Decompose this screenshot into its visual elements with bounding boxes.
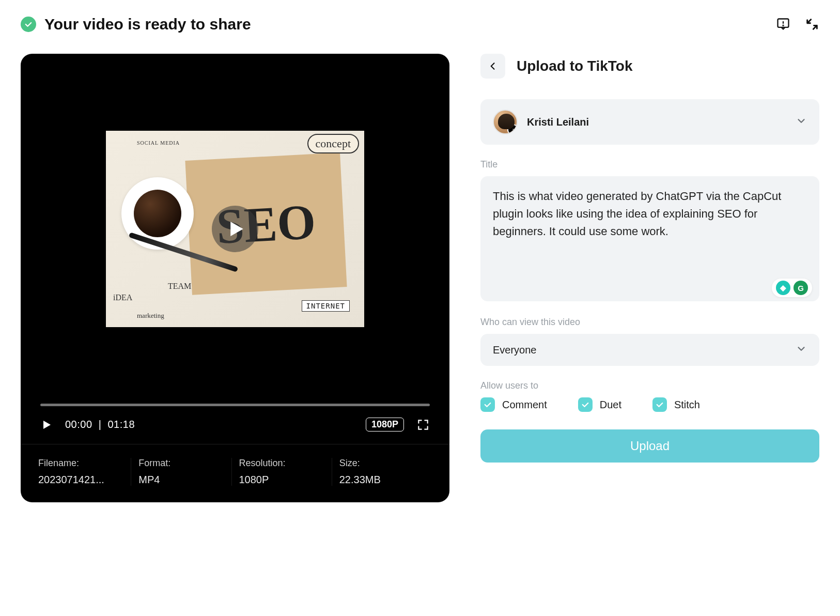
grammarly-g-icon: G: [794, 281, 808, 295]
player-controls: 00:00 | 01:18 1080P: [21, 404, 449, 444]
svg-point-2: [783, 25, 783, 26]
upload-button[interactable]: Upload: [480, 429, 819, 463]
thumbnail-seo-paper: SEO: [185, 152, 347, 295]
account-name: Kristi Leilani: [527, 116, 786, 128]
time-sep: |: [96, 419, 108, 430]
thumbnail-social-text: SOCIAL MEDIA: [137, 140, 180, 146]
time-display: 00:00 | 01:18: [65, 419, 135, 430]
panel-title: Upload to TikTok: [517, 58, 633, 74]
meta-format: Format: MP4: [131, 458, 231, 486]
main: SEO concept iDEA TEAM marketing SOCIAL M…: [21, 54, 819, 502]
perm-comment[interactable]: Comment: [480, 397, 547, 412]
meta-size: Size: 22.33MB: [332, 458, 432, 486]
header-left: Your video is ready to share: [21, 16, 251, 33]
time-current: 00:00: [65, 419, 92, 430]
allow-label: Allow users to: [480, 380, 819, 391]
perm-label: Stitch: [674, 399, 700, 411]
header-right: [776, 17, 819, 32]
avatar: ♪: [493, 110, 518, 134]
play-overlay-button[interactable]: [212, 206, 258, 252]
video-preview: SEO concept iDEA TEAM marketing SOCIAL M…: [21, 54, 449, 444]
privacy-select[interactable]: Everyone: [480, 334, 819, 366]
grammarly-widget[interactable]: ◆ G: [772, 279, 812, 297]
controls-right: 1080P: [366, 418, 430, 432]
check-circle-icon: [21, 17, 36, 32]
resolution-badge[interactable]: 1080P: [366, 418, 404, 432]
checkbox-checked-icon: [480, 397, 495, 412]
tiktok-badge-icon: ♪: [507, 124, 518, 134]
fullscreen-button[interactable]: [416, 418, 430, 432]
back-button[interactable]: [480, 54, 505, 79]
meta-filename: Filename: 2023071421...: [38, 458, 131, 486]
permissions-row: Comment Duet Stitch: [480, 397, 819, 412]
time-total: 01:18: [108, 419, 135, 430]
thumbnail-marketing-text: marketing: [137, 312, 164, 320]
upload-panel: Upload to TikTok ♪ Kristi Leilani Title …: [480, 54, 819, 502]
meta-label: Resolution:: [239, 458, 324, 469]
perm-label: Comment: [502, 399, 547, 411]
page-title: Your video is ready to share: [44, 16, 251, 33]
video-thumbnail: SEO concept iDEA TEAM marketing SOCIAL M…: [106, 131, 364, 327]
video-card: SEO concept iDEA TEAM marketing SOCIAL M…: [21, 54, 449, 502]
meta-value: 22.33MB: [339, 474, 425, 486]
meta-label: Size:: [339, 458, 425, 469]
account-selector[interactable]: ♪ Kristi Leilani: [480, 99, 819, 145]
meta-resolution: Resolution: 1080P: [232, 458, 332, 486]
feedback-icon[interactable]: [776, 17, 790, 32]
thumbnail-team-text: TEAM: [168, 282, 191, 291]
left-column: SEO concept iDEA TEAM marketing SOCIAL M…: [21, 54, 449, 502]
title-textarea[interactable]: [493, 188, 807, 275]
meta-value: 1080P: [239, 474, 324, 486]
chevron-down-icon: [796, 115, 807, 129]
checkbox-checked-icon: [652, 397, 667, 412]
perm-stitch[interactable]: Stitch: [652, 397, 700, 412]
thumbnail-coffee-cup: [121, 177, 194, 250]
collapse-icon[interactable]: [805, 17, 819, 32]
top-bar: Your video is ready to share: [21, 16, 819, 33]
title-input-box[interactable]: 145/150 ◆ G: [480, 176, 819, 301]
perm-duet[interactable]: Duet: [578, 397, 621, 412]
thumbnail-internet-tag: INTERNET: [302, 300, 350, 312]
controls-left: 00:00 | 01:18: [40, 419, 135, 431]
checkbox-checked-icon: [578, 397, 593, 412]
video-thumb-wrap: SEO concept iDEA TEAM marketing SOCIAL M…: [21, 54, 449, 404]
meta-label: Filename:: [38, 458, 123, 469]
play-button[interactable]: [40, 419, 53, 431]
thumbnail-idea-text: iDEA: [113, 293, 132, 302]
svg-marker-4: [43, 421, 51, 429]
thumbnail-concept-cloud: concept: [307, 134, 359, 153]
panel-header: Upload to TikTok: [480, 54, 819, 79]
grammarly-diamond-icon: ◆: [776, 281, 790, 295]
controls-row: 00:00 | 01:18 1080P: [40, 418, 430, 432]
view-label: Who can view this video: [480, 317, 819, 328]
meta-label: Format:: [138, 458, 224, 469]
video-meta-row: Filename: 2023071421... Format: MP4 Reso…: [21, 444, 449, 502]
chevron-down-icon: [796, 343, 807, 357]
perm-label: Duet: [600, 399, 621, 411]
svg-marker-3: [230, 222, 243, 236]
privacy-value: Everyone: [493, 344, 537, 356]
title-label: Title: [480, 159, 819, 170]
meta-value: 2023071421...: [38, 474, 123, 486]
meta-value: MP4: [138, 474, 224, 486]
progress-bar[interactable]: [40, 404, 430, 406]
